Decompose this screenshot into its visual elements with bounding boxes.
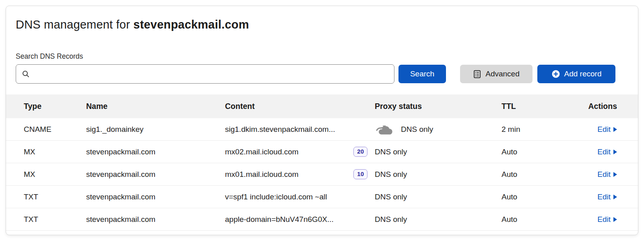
search-button-label: Search: [410, 70, 434, 78]
advanced-button-label: Advanced: [485, 70, 520, 78]
record-ttl: Auto: [502, 193, 560, 201]
edit-record-link[interactable]: Edit: [597, 125, 617, 134]
dns-records-table: Type Name Content Proxy status TTL Actio…: [6, 94, 638, 231]
record-proxy-cell: DNS only: [375, 123, 502, 135]
column-header-name: Name: [86, 102, 225, 111]
record-proxy-status: DNS only: [375, 148, 407, 156]
record-type: TXT: [24, 215, 86, 224]
column-header-type: Type: [24, 102, 86, 111]
record-content: v=spf1 include:icloud.com ~all: [225, 193, 327, 201]
add-record-button-label: Add record: [564, 70, 602, 78]
edit-arrow-icon: [613, 150, 617, 154]
record-actions-cell: Edit: [560, 193, 617, 201]
record-content-cell: v=spf1 include:icloud.com ~all: [225, 193, 375, 201]
edit-record-link[interactable]: Edit: [597, 193, 617, 201]
edit-link-label: Edit: [597, 215, 611, 224]
record-proxy-cell: DNS only: [375, 215, 502, 224]
record-actions-cell: Edit: [560, 170, 617, 179]
record-name: stevenpackmail.com: [86, 170, 225, 179]
table-row: MX stevenpackmail.com mx02.mail.icloud.c…: [6, 141, 638, 163]
table-row: TXT stevenpackmail.com apple-domain=bNuV…: [6, 208, 638, 231]
record-ttl: Auto: [502, 170, 560, 179]
search-button[interactable]: Search: [398, 65, 446, 83]
search-records-label: Search DNS Records: [6, 31, 638, 61]
edit-arrow-icon: [613, 172, 617, 177]
search-input[interactable]: [34, 70, 388, 78]
record-type: CNAME: [24, 125, 86, 134]
record-type: TXT: [24, 193, 86, 201]
mx-priority-badge: 10: [353, 169, 367, 179]
edit-record-link[interactable]: Edit: [597, 215, 617, 224]
record-name: stevenpackmail.com: [86, 148, 225, 156]
record-proxy-status: DNS only: [401, 125, 433, 134]
record-actions-cell: Edit: [560, 148, 617, 156]
table-row: MX stevenpackmail.com mx01.mail.icloud.c…: [6, 163, 638, 186]
record-proxy-status: DNS only: [375, 170, 407, 179]
record-type: MX: [24, 170, 86, 179]
dns-only-cloud-icon: [375, 123, 395, 135]
column-header-content: Content: [225, 102, 375, 111]
dns-management-card: DNS management for stevenpackmail.com Se…: [6, 6, 638, 235]
edit-record-link[interactable]: Edit: [597, 170, 617, 179]
column-header-ttl: TTL: [502, 102, 560, 111]
advanced-list-icon: [473, 70, 481, 78]
edit-link-label: Edit: [597, 193, 611, 201]
record-ttl: Auto: [502, 215, 560, 224]
edit-record-link[interactable]: Edit: [597, 148, 617, 156]
record-proxy-cell: DNS only: [375, 148, 502, 156]
record-ttl: Auto: [502, 148, 560, 156]
edit-arrow-icon: [613, 217, 617, 222]
edit-link-label: Edit: [597, 125, 611, 134]
record-actions-cell: Edit: [560, 215, 617, 224]
edit-link-label: Edit: [597, 170, 611, 179]
edit-link-label: Edit: [597, 148, 611, 156]
page-title-prefix: DNS management for: [16, 18, 133, 31]
record-name: stevenpackmail.com: [86, 193, 225, 201]
page-title-domain: stevenpackmail.com: [133, 18, 249, 31]
edit-arrow-icon: [613, 127, 617, 132]
edit-arrow-icon: [613, 195, 617, 199]
plus-circle-icon: [551, 70, 560, 78]
record-content: sig1.dkim.stevenpackmail.com...: [225, 125, 335, 134]
record-actions-cell: Edit: [560, 125, 617, 134]
record-proxy-cell: DNS only: [375, 170, 502, 179]
record-content: apple-domain=bNuV47n6G0X...: [225, 215, 334, 224]
mx-priority-badge: 20: [353, 147, 367, 157]
record-content-cell: sig1.dkim.stevenpackmail.com...: [225, 125, 375, 134]
table-header-row: Type Name Content Proxy status TTL Actio…: [6, 94, 638, 118]
record-content: mx01.mail.icloud.com: [225, 170, 299, 179]
search-toolbar: Search Advanced Add record: [6, 61, 638, 84]
search-icon: [22, 70, 30, 78]
search-input-wrapper[interactable]: [16, 64, 394, 84]
table-row: CNAME sig1._domainkey sig1.dkim.stevenpa…: [6, 118, 638, 141]
advanced-button[interactable]: Advanced: [460, 65, 533, 83]
record-content-cell: mx02.mail.icloud.com 20: [225, 147, 375, 157]
record-name: sig1._domainkey: [86, 125, 225, 134]
page-title: DNS management for stevenpackmail.com: [6, 6, 638, 31]
table-row: TXT stevenpackmail.com v=spf1 include:ic…: [6, 186, 638, 208]
record-type: MX: [24, 148, 86, 156]
table-body: CNAME sig1._domainkey sig1.dkim.stevenpa…: [6, 118, 638, 231]
record-proxy-status: DNS only: [375, 215, 407, 224]
record-content-cell: apple-domain=bNuV47n6G0X...: [225, 215, 375, 224]
record-name: stevenpackmail.com: [86, 215, 225, 224]
record-content: mx02.mail.icloud.com: [225, 148, 299, 156]
record-proxy-cell: DNS only: [375, 193, 502, 201]
add-record-button[interactable]: Add record: [537, 65, 615, 83]
record-content-cell: mx01.mail.icloud.com 10: [225, 169, 375, 179]
column-header-actions: Actions: [560, 102, 617, 111]
record-ttl: 2 min: [502, 125, 560, 134]
column-header-proxy: Proxy status: [375, 102, 502, 111]
record-proxy-status: DNS only: [375, 193, 407, 201]
